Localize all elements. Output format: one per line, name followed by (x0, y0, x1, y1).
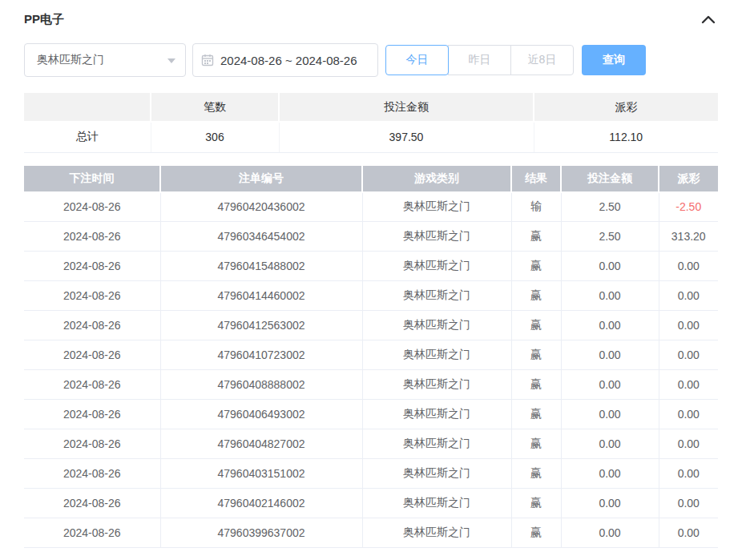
cell-result: 赢 (511, 489, 561, 518)
cell-bet-id: 47960346454002 (160, 222, 362, 252)
cell-bet-time: 2024-08-26 (24, 370, 160, 400)
summary-total-row: 总计 306 397.50 112.10 (24, 122, 718, 152)
quick-filter-button-2[interactable]: 近8日 (510, 45, 574, 75)
cell-bet-id: 47960410723002 (160, 340, 362, 370)
cell-bet-time: 2024-08-26 (24, 400, 160, 429)
quick-filter-button-1[interactable]: 昨日 (448, 45, 511, 75)
cell-result: 赢 (511, 518, 561, 548)
cell-payout: 0.00 (659, 311, 718, 340)
table-row: 2024-08-2647960406493002奥林匹斯之门赢0.000.00 (24, 400, 718, 429)
table-row: 2024-08-2647960346454002奥林匹斯之门赢2.50313.2… (24, 222, 718, 252)
table-row: 2024-08-2647960410723002奥林匹斯之门赢0.000.00 (24, 340, 718, 370)
cell-bet-time: 2024-08-26 (24, 518, 160, 548)
cell-bet-amount: 0.00 (561, 518, 659, 548)
cell-result: 赢 (511, 340, 561, 370)
cell-payout: 0.00 (659, 489, 718, 518)
cell-bet-amount: 0.00 (561, 370, 659, 400)
bet-records-table: 下注时间注单编号游戏类别结果投注金额派彩 2024-08-26479604204… (24, 166, 718, 549)
cell-result: 赢 (511, 429, 561, 459)
search-button[interactable]: 查询 (582, 45, 646, 75)
cell-payout: -2.50 (659, 192, 718, 222)
cell-game-type: 奥林匹斯之门 (362, 459, 511, 489)
cell-bet-time: 2024-08-26 (24, 340, 160, 370)
caret-down-icon (167, 58, 175, 63)
cell-bet-id: 47960415488002 (160, 252, 362, 281)
cell-game-type: 奥林匹斯之门 (362, 252, 511, 281)
summary-table: 笔数投注金额派彩 总计 306 397.50 112.10 (24, 93, 718, 153)
cell-bet-amount: 0.00 (561, 489, 659, 518)
quick-button-group: 今日昨日近8日 (385, 45, 574, 75)
cell-bet-amount: 0.00 (561, 400, 659, 429)
cell-result: 赢 (511, 400, 561, 429)
collapse-panel-button[interactable] (699, 11, 718, 27)
summary-total-label: 总计 (24, 122, 151, 152)
cell-game-type: 奥林匹斯之门 (362, 370, 511, 400)
cell-result: 赢 (511, 311, 561, 340)
cell-payout: 0.00 (659, 518, 718, 548)
records-header-cell: 结果 (511, 166, 561, 192)
cell-game-type: 奥林匹斯之门 (362, 489, 511, 518)
cell-bet-id: 47960408888002 (160, 370, 362, 400)
cell-bet-amount: 0.00 (561, 281, 659, 311)
cell-bet-amount: 0.00 (561, 340, 659, 370)
chevron-up-icon (700, 14, 716, 25)
cell-bet-time: 2024-08-26 (24, 311, 160, 340)
cell-result: 赢 (511, 370, 561, 400)
records-header-cell: 下注时间 (24, 166, 160, 192)
cell-bet-id: 47960412563002 (160, 311, 362, 340)
cell-payout: 0.00 (659, 252, 718, 281)
table-row: 2024-08-2647960414460002奥林匹斯之门赢0.000.00 (24, 281, 718, 311)
cell-payout: 0.00 (659, 340, 718, 370)
cell-bet-amount: 0.00 (561, 459, 659, 489)
cell-result: 赢 (511, 252, 561, 281)
panel-header: PP电子 (24, 0, 718, 27)
cell-bet-time: 2024-08-26 (24, 489, 160, 518)
table-row: 2024-08-2647960412563002奥林匹斯之门赢0.000.00 (24, 311, 718, 340)
cell-bet-time: 2024-08-26 (24, 281, 160, 311)
cell-game-type: 奥林匹斯之门 (362, 340, 511, 370)
cell-result: 输 (511, 192, 561, 222)
cell-game-type: 奥林匹斯之门 (362, 281, 511, 311)
records-header-cell: 游戏类别 (362, 166, 511, 192)
cell-payout: 0.00 (659, 459, 718, 489)
table-row: 2024-08-2647960408888002奥林匹斯之门赢0.000.00 (24, 370, 718, 400)
cell-bet-amount: 2.50 (561, 192, 659, 222)
cell-bet-id: 47960404827002 (160, 429, 362, 459)
table-row: 2024-08-2647960402146002奥林匹斯之门赢0.000.00 (24, 489, 718, 518)
cell-payout: 313.20 (659, 222, 718, 252)
game-select[interactable]: 奥林匹斯之门 (24, 43, 186, 77)
cell-bet-amount: 0.00 (561, 311, 659, 340)
cell-payout: 0.00 (659, 281, 718, 311)
cell-result: 赢 (511, 281, 561, 311)
cell-result: 赢 (511, 222, 561, 252)
cell-bet-id: 47960420436002 (160, 192, 362, 222)
cell-bet-id: 47960403151002 (160, 459, 362, 489)
summary-header-cell: 投注金额 (279, 93, 534, 122)
records-header-cell: 注单编号 (160, 166, 362, 192)
cell-bet-amount: 0.00 (561, 429, 659, 459)
summary-header-cell: 笔数 (151, 93, 279, 122)
pp-games-panel: PP电子 奥林匹斯之门 2024-08-26 ~ 2024-08-26 今日昨日… (0, 0, 742, 548)
cell-bet-time: 2024-08-26 (24, 222, 160, 252)
quick-filter-button-0[interactable]: 今日 (385, 45, 449, 75)
cell-bet-id: 47960406493002 (160, 400, 362, 429)
table-row: 2024-08-2647960420436002奥林匹斯之门输2.50-2.50 (24, 192, 718, 222)
cell-payout: 0.00 (659, 429, 718, 459)
records-body: 2024-08-2647960420436002奥林匹斯之门输2.50-2.50… (24, 192, 718, 548)
filter-toolbar: 奥林匹斯之门 2024-08-26 ~ 2024-08-26 今日昨日近8日 查… (24, 43, 718, 77)
game-select-value: 奥林匹斯之门 (37, 53, 104, 67)
date-range-input[interactable]: 2024-08-26 ~ 2024-08-26 (192, 43, 378, 77)
table-row: 2024-08-2647960403151002奥林匹斯之门赢0.000.00 (24, 459, 718, 489)
summary-bet-amount-value: 397.50 (279, 122, 534, 152)
cell-game-type: 奥林匹斯之门 (362, 400, 511, 429)
table-row: 2024-08-2647960399637002奥林匹斯之门赢0.000.00 (24, 518, 718, 548)
table-row: 2024-08-2647960415488002奥林匹斯之门赢0.000.00 (24, 252, 718, 281)
cell-bet-id: 47960402146002 (160, 489, 362, 518)
cell-payout: 0.00 (659, 370, 718, 400)
cell-bet-id: 47960399637002 (160, 518, 362, 548)
cell-bet-amount: 0.00 (561, 252, 659, 281)
summary-header-cell: 派彩 (534, 93, 718, 122)
calendar-icon (201, 54, 214, 66)
cell-bet-time: 2024-08-26 (24, 429, 160, 459)
cell-game-type: 奥林匹斯之门 (362, 192, 511, 222)
